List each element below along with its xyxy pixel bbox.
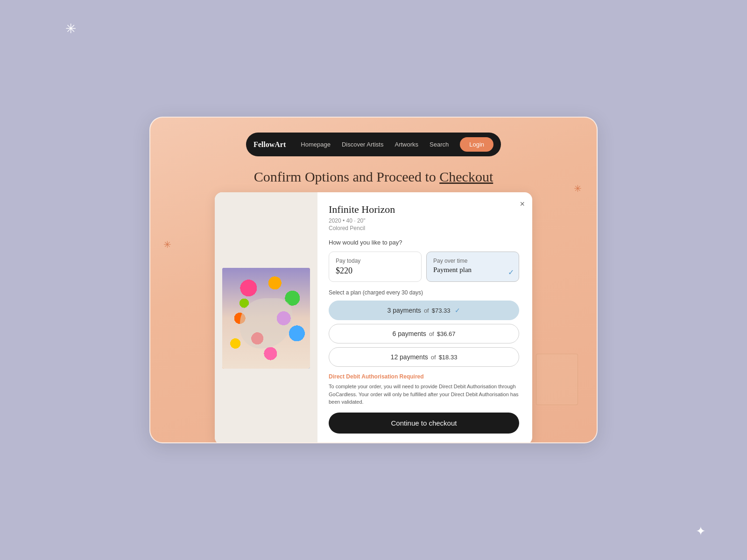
plan-3-payments[interactable]: 3 payments of $73.33 ✓	[329, 301, 519, 320]
plan-12-of: of	[431, 354, 436, 361]
close-button[interactable]: ×	[520, 200, 525, 208]
pay-overtime-label: Pay over time	[433, 258, 512, 264]
artwork-title: Infinite Horizon	[329, 203, 519, 216]
main-card: ✳ ✳ ✳ FellowArt Homepage Discover Artist…	[149, 117, 598, 443]
plan-12-count: 12 payments	[391, 353, 428, 361]
pay-overtime-checkmark-icon: ✓	[508, 268, 514, 277]
plan-3-check-icon: ✓	[455, 307, 460, 314]
nav-homepage[interactable]: Homepage	[301, 141, 331, 148]
nav-logo: FellowArt	[254, 140, 289, 149]
plan-6-of: of	[429, 330, 434, 337]
artwork-meta: 2020 • 40 · 20"	[329, 217, 519, 224]
debit-text: To complete your order, you will need to…	[329, 383, 519, 406]
login-button[interactable]: Login	[460, 137, 493, 152]
plan-12-amount: $18.33	[439, 354, 458, 361]
plan-3-count: 3 payments	[388, 307, 421, 314]
checkout-dialog: × Infinite Horizon 2020 • 40 · 20" Color…	[215, 192, 532, 443]
card-star-left-icon: ✳	[163, 239, 171, 250]
card-star-right-icon: ✳	[574, 183, 582, 194]
bg-star-bottomright-icon: ✦	[696, 525, 706, 538]
nav-discover-artists[interactable]: Discover Artists	[342, 141, 384, 148]
plan-12-payments[interactable]: 12 payments of $18.33	[329, 347, 519, 367]
pay-today-amount: $220	[336, 266, 415, 276]
plan-options: 3 payments of $73.33 ✓ 6 payments of $36…	[329, 301, 519, 367]
dialog-content: × Infinite Horizon 2020 • 40 · 20" Color…	[317, 192, 532, 443]
bg-star-topleft-icon: ✳	[65, 22, 76, 35]
nav-search[interactable]: Search	[430, 141, 449, 148]
debit-title: Direct Debit Authorisation Required	[329, 373, 519, 380]
debit-section: Direct Debit Authorisation Required To c…	[329, 373, 519, 406]
plan-3-of: of	[424, 307, 429, 314]
dialog-artwork-panel	[215, 192, 317, 443]
pay-today-label: Pay today	[336, 258, 415, 264]
plan-3-amount: $73.33	[432, 307, 451, 314]
pay-question-label: How would you like to pay?	[329, 239, 519, 246]
artwork-image	[222, 268, 310, 369]
plan-selection-label: Select a plan (charged every 30 days)	[329, 289, 519, 296]
plan-6-amount: $36.67	[437, 330, 456, 337]
payment-options: Pay today $220 Pay over time Payment pla…	[329, 252, 519, 282]
bg-artwork-decoration	[536, 354, 578, 405]
plan-6-payments[interactable]: 6 payments of $36.67	[329, 324, 519, 343]
continue-to-checkout-button[interactable]: Continue to checkout	[329, 413, 519, 434]
pay-today-option[interactable]: Pay today $220	[329, 252, 422, 282]
plan-6-count: 6 payments	[393, 330, 426, 337]
page-title: Confirm Options and Proceed to Checkout	[254, 169, 493, 185]
pay-overtime-value: Payment plan	[433, 266, 512, 274]
pay-overtime-option[interactable]: Pay over time Payment plan ✓	[426, 252, 519, 282]
nav-artworks[interactable]: Artworks	[395, 141, 418, 148]
artwork-medium: Colored Pencil	[329, 225, 519, 231]
navbar: FellowArt Homepage Discover Artists Artw…	[246, 133, 501, 156]
